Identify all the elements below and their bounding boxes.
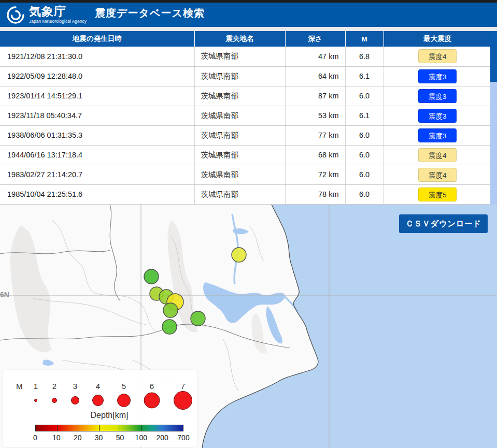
legend-magnitude-circle bbox=[174, 392, 192, 410]
cell-magnitude: 6.0 bbox=[345, 165, 384, 184]
depth-tick bbox=[78, 425, 78, 431]
cell-datetime: 1944/06/16 13:17:18.4 bbox=[0, 145, 194, 165]
cell-intensity: 震度3 bbox=[384, 125, 491, 145]
table-row[interactable]: 1983/02/27 21:14:20.7茨城県南部72 km6.0震度4 bbox=[0, 165, 491, 184]
column-header-epicenter[interactable]: 震央地名 bbox=[194, 31, 285, 47]
map-canvas[interactable]: 6N ＣＳＶダウンロード M 1234567 Depth[km] 0102030… bbox=[0, 205, 497, 448]
cell-epicenter: 茨城県南部 bbox=[194, 165, 285, 184]
table-row[interactable]: 1938/06/06 01:31:35.3茨城県南部77 km6.0震度3 bbox=[0, 125, 491, 145]
csv-download-button[interactable]: ＣＳＶダウンロード bbox=[399, 214, 488, 233]
depth-tick-label: 100 bbox=[135, 433, 147, 442]
table-body: 1921/12/08 21:31:30.0茨城県南部47 km6.8震度4192… bbox=[0, 47, 491, 204]
intensity-badge[interactable]: 震度3 bbox=[418, 69, 457, 83]
cell-magnitude: 6.0 bbox=[345, 145, 384, 165]
depth-tick-label: 700 bbox=[177, 433, 189, 442]
cell-datetime: 1983/02/27 21:14:20.7 bbox=[0, 165, 194, 184]
legend-magnitude-circle bbox=[35, 399, 37, 402]
cell-depth: 77 km bbox=[285, 125, 345, 145]
table-row[interactable]: 1985/10/04 21:25:51.6茨城県南部78 km6.0震度5 bbox=[0, 184, 491, 204]
intensity-badge[interactable]: 震度3 bbox=[418, 89, 457, 103]
agency-name: 気象庁 bbox=[29, 6, 87, 18]
depth-tick-labels: 010203050100200700 bbox=[35, 433, 183, 444]
legend-magnitude-label: 3 bbox=[73, 382, 77, 391]
legend-magnitude-circle bbox=[144, 393, 160, 408]
epicenter-marker[interactable] bbox=[232, 248, 246, 262]
table-row[interactable]: 1923/01/14 14:51:29.1茨城県南部87 km6.0震度3 bbox=[0, 86, 491, 106]
cell-epicenter: 茨城県南部 bbox=[194, 106, 285, 125]
legend-magnitude-circle bbox=[72, 397, 79, 404]
cell-intensity: 震度3 bbox=[384, 66, 491, 86]
legend-magnitude-label: 1 bbox=[34, 382, 38, 391]
results-table: 地震の発生日時震央地名深さM最大震度 1921/12/08 21:31:30.0… bbox=[0, 31, 491, 205]
depth-tick-label: 30 bbox=[95, 433, 103, 442]
column-header-intensity[interactable]: 最大震度 bbox=[384, 31, 491, 47]
cell-magnitude: 6.0 bbox=[345, 86, 384, 106]
cell-epicenter: 茨城県南部 bbox=[194, 86, 285, 106]
depth-tick-label: 50 bbox=[116, 433, 124, 442]
cell-depth: 87 km bbox=[285, 86, 345, 106]
cell-datetime: 1938/06/06 01:31:35.3 bbox=[0, 125, 194, 145]
table-row[interactable]: 1922/05/09 12:28:48.0茨城県南部64 km6.1震度3 bbox=[0, 66, 491, 86]
epicenter-marker[interactable] bbox=[144, 269, 159, 284]
cell-depth: 78 km bbox=[285, 184, 345, 204]
cell-depth: 72 km bbox=[285, 165, 345, 184]
depth-tick-label: 10 bbox=[52, 433, 61, 442]
depth-tick bbox=[141, 425, 141, 431]
depth-tick bbox=[162, 425, 162, 431]
page-background-strip bbox=[0, 27, 497, 31]
intensity-badge[interactable]: 震度5 bbox=[418, 187, 457, 201]
cell-depth: 64 km bbox=[285, 66, 345, 86]
cell-depth: 47 km bbox=[285, 47, 345, 66]
table-row[interactable]: 1923/11/18 05:40:34.7茨城県南部53 km6.1震度3 bbox=[0, 106, 491, 125]
table-row[interactable]: 1921/12/08 21:31:30.0茨城県南部47 km6.8震度4 bbox=[0, 47, 491, 66]
cell-magnitude: 6.8 bbox=[345, 47, 384, 66]
epicenter-marker[interactable] bbox=[191, 311, 205, 326]
table-header-row: 地震の発生日時震央地名深さM最大震度 bbox=[0, 31, 491, 47]
legend-depth-label: Depth[km] bbox=[35, 411, 183, 420]
cell-intensity: 震度3 bbox=[384, 106, 491, 125]
cell-intensity: 震度4 bbox=[384, 47, 491, 66]
latitude-label: 6N bbox=[0, 291, 9, 299]
depth-tick-label: 200 bbox=[156, 433, 168, 442]
cell-epicenter: 茨城県南部 bbox=[194, 184, 285, 204]
cell-magnitude: 6.1 bbox=[345, 66, 384, 86]
legend-magnitude-circle bbox=[52, 398, 57, 403]
legend-magnitude-circle bbox=[118, 394, 131, 407]
depth-tick-label: 20 bbox=[74, 433, 82, 442]
epicenter-marker[interactable] bbox=[162, 320, 177, 334]
cell-epicenter: 茨城県南部 bbox=[194, 47, 285, 66]
depth-tick bbox=[99, 425, 100, 431]
column-header-datetime[interactable]: 地震の発生日時 bbox=[0, 31, 194, 47]
scrollbar-track[interactable] bbox=[490, 31, 497, 205]
column-header-magnitude[interactable]: M bbox=[345, 31, 384, 47]
cell-magnitude: 6.1 bbox=[345, 106, 384, 125]
depth-tick-label: 0 bbox=[33, 433, 37, 442]
legend-magnitude-label: 6 bbox=[150, 382, 154, 391]
cell-epicenter: 茨城県南部 bbox=[194, 125, 285, 145]
cell-intensity: 震度4 bbox=[384, 165, 491, 184]
intensity-badge[interactable]: 震度3 bbox=[418, 128, 457, 142]
legend-magnitude-circle bbox=[93, 395, 104, 406]
intensity-badge[interactable]: 震度3 bbox=[418, 109, 457, 123]
cell-datetime: 1985/10/04 21:25:51.6 bbox=[0, 184, 194, 204]
cell-depth: 68 km bbox=[285, 145, 345, 165]
cell-datetime: 1922/05/09 12:28:48.0 bbox=[0, 66, 194, 86]
scrollbar-thumb[interactable] bbox=[490, 31, 497, 82]
cell-epicenter: 茨城県南部 bbox=[194, 145, 285, 165]
cell-datetime: 1923/01/14 14:51:29.1 bbox=[0, 86, 194, 106]
intensity-badge[interactable]: 震度4 bbox=[418, 168, 457, 182]
epicenter-marker[interactable] bbox=[163, 303, 178, 317]
depth-tick bbox=[57, 425, 58, 431]
legend-magnitude-label: 2 bbox=[52, 382, 56, 391]
app-header: 気象庁 Japan Meteorological Agency 震度データベース… bbox=[0, 3, 497, 27]
column-header-depth[interactable]: 深さ bbox=[285, 31, 345, 47]
legend-magnitude-label: 7 bbox=[181, 382, 185, 391]
table-row[interactable]: 1944/06/16 13:17:18.4茨城県南部68 km6.0震度4 bbox=[0, 145, 491, 165]
depth-gradient-bar bbox=[35, 425, 183, 431]
intensity-badge[interactable]: 震度4 bbox=[418, 148, 457, 162]
cell-epicenter: 茨城県南部 bbox=[194, 66, 285, 86]
agency-name-en: Japan Meteorological Agency bbox=[29, 19, 87, 24]
legend-magnitude-label: 5 bbox=[122, 382, 126, 391]
intensity-badge[interactable]: 震度4 bbox=[418, 49, 457, 63]
cell-intensity: 震度3 bbox=[384, 86, 491, 106]
